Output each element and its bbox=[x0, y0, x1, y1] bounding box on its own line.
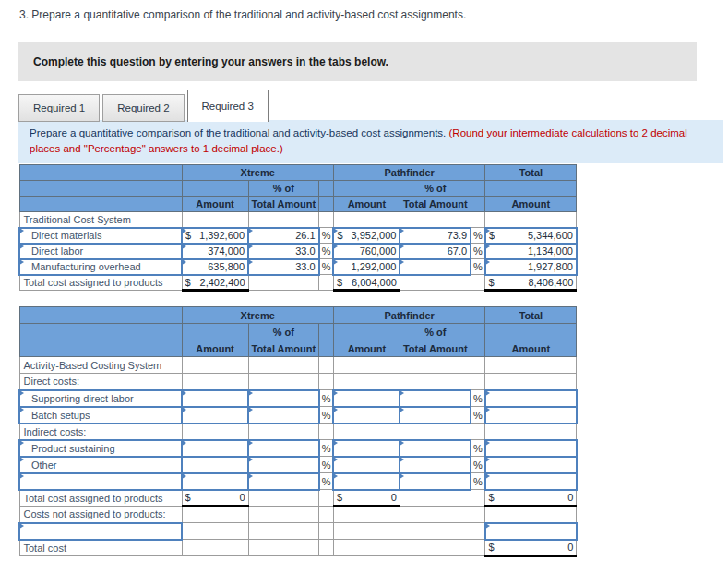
row-label: Total cost assigned to products bbox=[19, 275, 182, 291]
tab-required-1[interactable]: Required 1 bbox=[18, 94, 100, 122]
empty-cell bbox=[333, 523, 400, 540]
xtreme-amount-input[interactable]: 374,000 bbox=[182, 244, 248, 259]
header-blank bbox=[471, 340, 485, 357]
pathfinder-percent-input[interactable]: 67.0 bbox=[400, 244, 471, 259]
header-blank bbox=[19, 307, 182, 324]
label-input[interactable] bbox=[19, 473, 182, 490]
xtreme-amount-input[interactable] bbox=[182, 390, 248, 407]
row-label: Total cost bbox=[19, 540, 182, 556]
total-amount-input[interactable]: 1,134,000 bbox=[485, 244, 577, 259]
cell-value: 1,392,600 bbox=[199, 230, 245, 241]
label-input[interactable]: Product sustaining bbox=[19, 440, 182, 457]
xtreme-amount-input[interactable]: 635,800 bbox=[182, 259, 248, 275]
pathfinder-amount-input[interactable] bbox=[333, 473, 400, 490]
label-input[interactable]: Supporting direct labor bbox=[19, 390, 182, 407]
cell-value: 1,927,800 bbox=[528, 261, 573, 272]
pathfinder-amount-input[interactable] bbox=[333, 440, 400, 457]
empty-cell bbox=[485, 357, 577, 374]
label-input[interactable]: Other bbox=[19, 457, 182, 473]
xtreme-amount-input[interactable] bbox=[182, 407, 248, 424]
total-amount-input[interactable] bbox=[485, 523, 577, 540]
pathfinder-amount-total: $0 bbox=[333, 490, 400, 507]
xtreme-percent-input[interactable]: 33.0 bbox=[248, 259, 319, 275]
label-input[interactable]: Direct labor bbox=[19, 244, 182, 259]
pathfinder-percent-input[interactable]: 73.9 bbox=[400, 228, 471, 244]
total-amount-input[interactable]: $5,344,600 bbox=[485, 228, 577, 244]
pathfinder-percent-input[interactable] bbox=[400, 473, 471, 490]
cell-value: 635,800 bbox=[208, 261, 245, 272]
cell-value: 73.9 bbox=[448, 230, 467, 241]
empty-cell bbox=[182, 523, 248, 540]
xtreme-amount-input[interactable]: $1,392,600 bbox=[182, 228, 248, 244]
total-amount-input[interactable] bbox=[485, 457, 577, 473]
xtreme-percent-input[interactable] bbox=[248, 407, 319, 424]
pathfinder-percent-input[interactable] bbox=[400, 440, 471, 457]
tab-required-3[interactable]: Required 3 bbox=[187, 90, 269, 122]
table-row: Direct costs: bbox=[19, 374, 577, 390]
percent-symbol: % bbox=[471, 259, 485, 275]
label-input[interactable]: Manufacturing overhead bbox=[19, 259, 182, 275]
header-blank bbox=[19, 181, 182, 197]
table-row: Manufacturing overhead635,80033.0%1,292,… bbox=[19, 259, 577, 275]
cell-value: 0 bbox=[391, 492, 397, 503]
percent-symbol: % bbox=[319, 473, 334, 490]
tab-required-2[interactable]: Required 2 bbox=[102, 94, 184, 122]
empty-cell bbox=[319, 374, 334, 390]
pathfinder-amount-input[interactable] bbox=[333, 390, 400, 407]
xtreme-amount-input[interactable] bbox=[182, 457, 248, 473]
percent-symbol: % bbox=[471, 407, 485, 424]
pathfinder-amount-input[interactable] bbox=[333, 407, 400, 424]
pathfinder-amount-input[interactable]: 760,000 bbox=[333, 244, 400, 259]
pathfinder-amount-input[interactable] bbox=[333, 457, 400, 473]
column-header: Amount bbox=[333, 197, 400, 212]
currency-symbol: $ bbox=[337, 230, 342, 241]
column-header: % of bbox=[400, 181, 471, 197]
pathfinder-percent-input[interactable] bbox=[400, 390, 471, 407]
empty-cell bbox=[471, 275, 485, 291]
column-header: Total Amount bbox=[248, 340, 319, 357]
row-label: Total cost assigned to products bbox=[19, 490, 182, 507]
column-header: Total Amount bbox=[400, 197, 471, 212]
total-amount-input[interactable]: 1,927,800 bbox=[485, 259, 577, 275]
percent-symbol: % bbox=[471, 228, 485, 244]
pathfinder-percent-input[interactable] bbox=[400, 407, 471, 424]
label-input[interactable] bbox=[19, 523, 182, 540]
percent-symbol: % bbox=[471, 457, 485, 473]
xtreme-percent-input[interactable] bbox=[248, 440, 319, 457]
pathfinder-percent-input[interactable] bbox=[400, 457, 471, 473]
cell-value: 6,004,000 bbox=[352, 277, 397, 288]
pathfinder-percent-input[interactable] bbox=[400, 259, 471, 275]
header-blank bbox=[471, 324, 485, 340]
header-blank bbox=[319, 340, 334, 357]
empty-cell bbox=[333, 212, 400, 228]
xtreme-percent-input[interactable] bbox=[248, 473, 319, 490]
xtreme-percent-input[interactable] bbox=[248, 390, 319, 407]
currency-symbol: $ bbox=[489, 230, 495, 241]
empty-cell bbox=[333, 540, 400, 556]
empty-cell bbox=[182, 507, 248, 523]
xtreme-percent-input[interactable]: 26.1 bbox=[248, 228, 319, 244]
total-amount-total: $8,406,400 bbox=[485, 275, 577, 291]
label-input[interactable]: Direct materials bbox=[19, 228, 182, 244]
empty-cell bbox=[333, 357, 400, 374]
xtreme-percent-input[interactable]: 33.0 bbox=[248, 244, 319, 259]
currency-symbol: $ bbox=[337, 277, 342, 288]
header-blank bbox=[485, 181, 577, 197]
xtreme-amount-input[interactable] bbox=[182, 440, 248, 457]
total-amount-input[interactable] bbox=[485, 390, 577, 407]
pathfinder-amount-input[interactable]: 1,292,000 bbox=[333, 259, 400, 275]
table-row: %% bbox=[19, 473, 577, 490]
total-amount-input[interactable] bbox=[485, 473, 577, 490]
total-amount-input[interactable] bbox=[485, 440, 577, 457]
percent-symbol: % bbox=[319, 244, 334, 259]
empty-cell bbox=[248, 374, 319, 390]
xtreme-percent-input[interactable] bbox=[248, 457, 319, 473]
pathfinder-amount-input[interactable]: $3,952,000 bbox=[333, 228, 400, 244]
table-row: Traditional Cost System bbox=[19, 212, 577, 228]
total-amount-input[interactable] bbox=[485, 407, 577, 424]
task-instruction-main: Prepare a quantitative comparison of the… bbox=[30, 127, 446, 138]
empty-cell bbox=[333, 424, 400, 440]
xtreme-amount-input[interactable] bbox=[182, 473, 248, 490]
label-input[interactable]: Batch setups bbox=[19, 407, 182, 424]
cell-value: 8,406,400 bbox=[528, 277, 573, 288]
